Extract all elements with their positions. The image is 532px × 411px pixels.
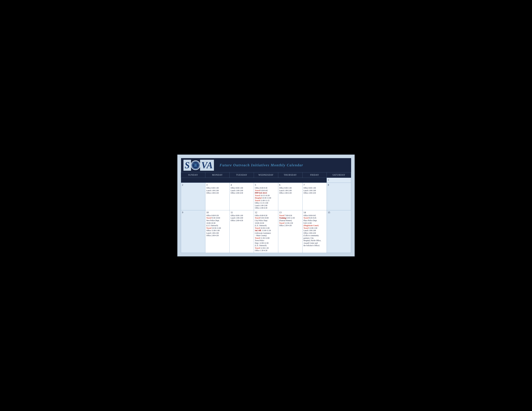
date-number-15: 15	[328, 211, 350, 214]
day14-entry8: Office 2:00-4:30	[304, 232, 326, 234]
day4-entry3: Office 2:00-4:30	[230, 192, 253, 194]
day6-entry3: Office 2:00-4:30	[279, 192, 302, 194]
calendar-title: Future Outreach Initiatives Monthly Cale…	[219, 163, 303, 167]
day5-entry2: Travel 9:30-9:45	[255, 189, 277, 192]
day-headers-row: SUNDAY MONDAY TUESDAY WEDNESDAY THURSDAY…	[181, 172, 351, 178]
day14-entry2: Travel 8:45-9:45	[304, 217, 326, 219]
day12-entry12: Dept. 12:00-12:30	[255, 242, 277, 244]
header-wednesday: WEDNESDAY	[254, 172, 278, 178]
day14-entry10: partners: City	[304, 237, 326, 240]
day14-entry12: Assault Center and	[304, 242, 326, 244]
day12-entry2: Travel 9:30-10:00	[255, 217, 277, 219]
seal-emblem: COMMONWEALTH OF VIRGINIA	[191, 160, 200, 170]
day5-entry1: Office 8:00-9:30	[255, 187, 277, 189]
header-monday: MONDAY	[205, 172, 229, 178]
day14-entry5: (Magistrate Court)	[304, 224, 326, 227]
date-number-7: 7	[304, 184, 326, 186]
day3-entry1: Office 8:00-1:00	[206, 187, 228, 189]
sova-logo: S COMMONWEALTH OF VIRGINIA VA	[183, 160, 214, 171]
date-number-6: 6	[279, 184, 302, 186]
date-number-2: 2	[182, 184, 204, 186]
day14-entry6: Travel 12:00-1:00	[304, 227, 326, 230]
day12-entry1: Office 8:00-9:30	[255, 214, 277, 217]
day10-entry2: Travel 9:30-10:00	[206, 217, 228, 219]
header-friday: FRIDAY	[303, 172, 327, 178]
day11-entry2: Lunch 1:00-2:00	[230, 217, 253, 219]
sova-s-letter: S	[183, 160, 191, 171]
day13-entry3: (Funeral Homes)	[279, 219, 302, 222]
day10-entry9: Office 2:00-4:30	[206, 234, 228, 237]
banner-inner: S COMMONWEALTH OF VIRGINIA VA	[181, 158, 351, 172]
day12-entry3: City Police Dept.	[255, 219, 277, 222]
date-number-9: 9	[182, 211, 204, 214]
day12-entry9: – Main County)	[255, 234, 277, 237]
day14-entry13: the Solicitor's Office)	[304, 244, 326, 247]
banner-continuation	[181, 178, 327, 183]
date-number-4: 4	[230, 184, 253, 186]
day-5: 5 Office 8:00-9:30 Travel 9:30-9:45 PPP …	[254, 183, 278, 210]
day-2: 2	[181, 183, 205, 210]
header-sunday: SUNDAY	[181, 172, 205, 178]
day13-entry4: Travel 12:30-2:30	[279, 222, 302, 224]
banner-row: S COMMONWEALTH OF VIRGINIA VA	[181, 158, 351, 172]
day10-entry7: Office 11:00-1:00	[206, 229, 228, 232]
day13-entry1: Travel 7:00-8:30	[279, 214, 302, 217]
date-number-12: 12	[255, 211, 277, 214]
week-row-0: 1	[181, 178, 351, 183]
day5-entry5: Hospital 10:30-11:00	[255, 197, 277, 199]
day12-entry15: Office 1:30-4:30	[255, 249, 277, 252]
day12-entry8: (Advocate Assistance	[255, 232, 277, 234]
day10-entry3: New Police Dept.	[206, 219, 228, 222]
day10-entry6: Travel 10:30-11:00	[206, 227, 228, 230]
header-thursday: THURSDAY	[278, 172, 303, 178]
day-6: 6 Office 8:00-1:00 Lunch 1:00-2:00 Offic…	[278, 183, 303, 210]
day10-entry5: (L.E. Outreach)	[206, 224, 228, 227]
day-10: 10 Office 8:00-9:30 Travel 9:30-10:00 Ne…	[205, 210, 229, 253]
day-11: 11 Office 8:00-1:00 Lunch 1:00-2:00 Offi…	[229, 210, 254, 253]
header-tuesday: TUESDAY	[229, 172, 254, 178]
date-number-10: 10	[206, 211, 228, 214]
day12-entry10: Travel 11:30-12:00	[255, 237, 277, 240]
day5-entry4: Travel 10:15-10:30	[255, 194, 277, 197]
day4-entry2: Lunch 1:00-2:00	[230, 189, 253, 192]
day12-entry11: Town Police	[255, 239, 277, 242]
day7-entry2: Lunch 1:00-2:00	[304, 189, 326, 192]
day14-entry11: Hospital, Parole Office,	[304, 239, 326, 242]
day12-entry4: 10:00-10:30	[255, 222, 277, 224]
day14-entry3: Place Police Dept.	[304, 219, 326, 222]
day13-entry5: Office 2:30-4:30	[279, 224, 302, 227]
day6-entry1: Office 8:00-1:00	[279, 187, 302, 189]
banner-cell: S COMMONWEALTH OF VIRGINIA VA	[181, 158, 351, 172]
day5-entry3: PPP 9:45-10:15	[255, 192, 277, 194]
day11-entry1: Office 8:00-1:00	[230, 214, 253, 217]
day14-entry1: Office 8:00-8:45	[304, 214, 326, 217]
day5-entry6: Travel 11:00-11:15	[255, 199, 277, 202]
day-13: 13 Travel 7:00-8:30 Training 8:30-12:30 …	[278, 210, 303, 253]
day-1: 1	[327, 178, 351, 183]
day7-entry1: Office 8:00-1:00	[304, 187, 326, 189]
day12-entry14: Travel 12:30-1:30	[255, 247, 277, 250]
date-number-8: 8	[328, 184, 350, 186]
day-3: 3 Office 8:00-1:00 Lunch 1:00-2:00 Offic…	[205, 183, 229, 210]
day10-entry1: Office 8:00-9:30	[206, 214, 228, 217]
day13-entry2: Training 8:30-12:30	[279, 217, 302, 219]
day-9: 9	[181, 210, 205, 253]
week-row-1: 2 3 Office 8:00-1:00 Lunch 1:00-2:00 Off…	[181, 183, 351, 210]
day-4: 4 Office 8:00-1:00 Lunch 1:00-2:00 Offic…	[229, 183, 254, 210]
page: S COMMONWEALTH OF VIRGINIA VA	[177, 155, 355, 256]
seal-svg: COMMONWEALTH OF VIRGINIA	[191, 161, 200, 169]
day3-entry3: Office 2:00-4:30	[206, 192, 228, 194]
day-7: 7 Office 8:00-1:00 Lunch 1:00-2:00 Offic…	[303, 183, 327, 210]
day-8: 8	[327, 183, 351, 210]
date-number-1: 1	[328, 178, 350, 181]
day5-entry7: Office 11:15-1:00	[255, 202, 277, 204]
day14-entry7: Lunch 1:00-2:00	[304, 229, 326, 232]
day-14: 14 Office 8:00-8:45 Travel 8:45-9:45 Pla…	[303, 210, 327, 253]
date-number-3: 3	[206, 184, 228, 186]
day12-entry13: (L.E. Outreach)	[255, 244, 277, 247]
week-row-2: 9 10 Office 8:00-9:30 Travel 9:30-10:00 …	[181, 210, 351, 253]
day12-entry5: (L.E. Outreach)	[255, 224, 277, 227]
day5-entry8: Lunch 1:00-2:00	[255, 204, 277, 207]
day7-entry3: Office 2:00-4:30	[304, 192, 326, 194]
day5-entry9: Office 2:00-4:30	[255, 207, 277, 209]
